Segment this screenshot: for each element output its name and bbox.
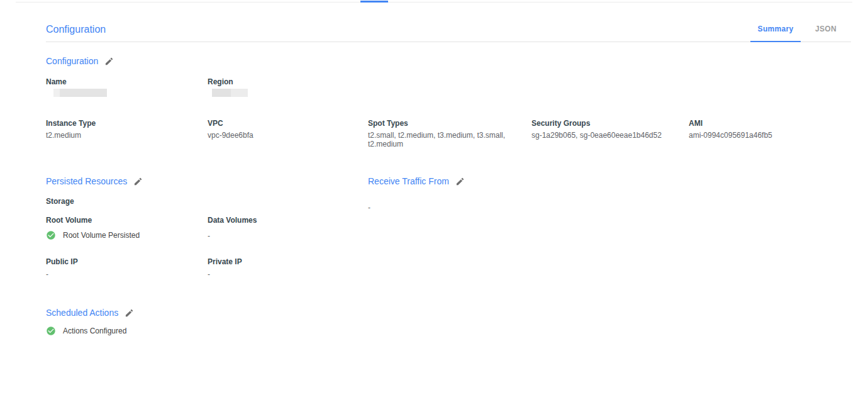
tab-json[interactable]: JSON xyxy=(801,25,851,42)
field-vpc-label: VPC xyxy=(208,119,368,128)
active-tab-indicator xyxy=(360,1,388,3)
middle-sections: Persisted Resources Storage Root Volume … xyxy=(46,176,851,279)
pencil-icon xyxy=(125,308,134,318)
section-persisted-resources-header: Persisted Resources xyxy=(46,176,368,186)
scheduled-actions-status-text: Actions Configured xyxy=(63,327,126,335)
ip-labels-row: Public IP Private IP xyxy=(46,257,368,266)
pencil-icon xyxy=(104,57,114,66)
field-ami-label: AMI xyxy=(689,119,851,128)
field-region-redacted-value xyxy=(212,89,248,97)
pencil-icon xyxy=(455,177,465,186)
field-security-groups: Security Groups sg-1a29b065, sg-0eae60ee… xyxy=(531,119,689,148)
section-scheduled-actions-title: Scheduled Actions xyxy=(46,308,118,318)
data-volumes-value: - xyxy=(208,232,368,240)
data-volumes-label: Data Volumes xyxy=(208,216,368,225)
field-ami: AMI ami-0994c095691a46fb5 xyxy=(689,119,851,148)
field-instance-type-value: t2.medium xyxy=(46,131,208,140)
tab-summary[interactable]: Summary xyxy=(750,25,801,42)
configuration-fields-row: Instance Type t2.medium VPC vpc-9dee6bfa… xyxy=(46,119,851,148)
edit-scheduled-actions-button[interactable] xyxy=(125,308,134,318)
field-vpc-value: vpc-9dee6bfa xyxy=(208,131,368,140)
edit-configuration-button[interactable] xyxy=(104,57,114,66)
section-configuration-header: Configuration xyxy=(46,56,851,66)
section-receive-traffic-title: Receive Traffic From xyxy=(368,176,449,186)
persisted-resources-section: Persisted Resources Storage Root Volume … xyxy=(46,176,368,279)
field-instance-type-label: Instance Type xyxy=(46,119,208,128)
field-security-groups-value: sg-1a29b065, sg-0eae60eeae1b46d52 xyxy=(531,131,689,140)
field-name: Name xyxy=(46,77,208,97)
field-security-groups-label: Security Groups xyxy=(531,119,689,128)
private-ip-label: Private IP xyxy=(208,257,368,266)
configuration-panel: Configuration Summary JSON Configuration… xyxy=(46,24,851,336)
page-title: Configuration xyxy=(46,24,106,42)
receive-traffic-value: - xyxy=(368,203,851,212)
field-vpc: VPC vpc-9dee6bfa xyxy=(208,119,368,148)
pencil-icon xyxy=(133,177,143,186)
section-configuration-title: Configuration xyxy=(46,56,98,66)
field-region: Region xyxy=(208,77,368,97)
section-persisted-resources-title: Persisted Resources xyxy=(46,176,127,186)
scheduled-actions-status: Actions Configured xyxy=(46,326,851,336)
section-scheduled-actions-header: Scheduled Actions xyxy=(46,308,851,318)
edit-persisted-resources-button[interactable] xyxy=(133,177,143,186)
field-name-redacted-value xyxy=(53,89,107,97)
ip-values-row: - - xyxy=(46,266,368,279)
scheduled-actions-section: Scheduled Actions Actions Configured xyxy=(46,308,851,336)
public-ip-value: - xyxy=(46,270,208,279)
root-volume-label: Root Volume xyxy=(46,216,208,225)
section-receive-traffic-header: Receive Traffic From xyxy=(368,176,851,186)
public-ip-label: Public IP xyxy=(46,257,208,266)
parent-tab-strip xyxy=(16,0,852,3)
volume-values-row: Root Volume Persisted - xyxy=(46,225,368,240)
root-volume-status-text: Root Volume Persisted xyxy=(63,231,140,240)
check-circle-icon xyxy=(46,326,56,336)
field-instance-type: Instance Type t2.medium xyxy=(46,119,208,148)
field-spot-types: Spot Types t2.small, t2.medium, t3.mediu… xyxy=(368,119,531,148)
edit-receive-traffic-button[interactable] xyxy=(455,177,465,186)
volume-labels-row: Root Volume Data Volumes xyxy=(46,216,368,225)
root-volume-status: Root Volume Persisted xyxy=(46,230,208,240)
check-circle-icon xyxy=(46,230,56,240)
page-header: Configuration Summary JSON xyxy=(46,24,851,42)
receive-traffic-section: Receive Traffic From - xyxy=(368,176,851,279)
field-spot-types-label: Spot Types xyxy=(368,119,531,128)
field-region-label: Region xyxy=(208,77,368,86)
configuration-redacted-row: Name Region xyxy=(46,77,851,97)
private-ip-value: - xyxy=(208,270,368,279)
storage-subheading: Storage xyxy=(46,197,368,206)
field-name-label: Name xyxy=(46,77,208,86)
view-tabs: Summary JSON xyxy=(750,25,851,42)
field-spot-types-value: t2.small, t2.medium, t3.medium, t3.small… xyxy=(368,131,514,148)
field-ami-value: ami-0994c095691a46fb5 xyxy=(689,131,851,140)
